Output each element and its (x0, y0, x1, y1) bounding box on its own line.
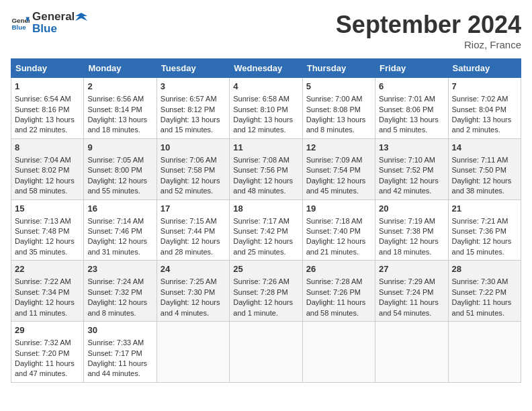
table-row: 10Sunrise: 7:06 AMSunset: 7:58 PMDayligh… (157, 138, 229, 199)
calendar-week-1: 8Sunrise: 7:04 AMSunset: 8:02 PMDaylight… (11, 138, 521, 199)
table-row: 21Sunrise: 7:21 AMSunset: 7:36 PMDayligh… (448, 199, 521, 261)
logo-icon: General Blue (11, 13, 30, 32)
logo-blue-text: Blue (32, 22, 88, 36)
table-row: 3Sunrise: 6:57 AMSunset: 8:12 PMDaylight… (157, 78, 229, 139)
table-row (157, 322, 229, 383)
table-row: 13Sunrise: 7:10 AMSunset: 7:52 PMDayligh… (375, 138, 448, 199)
logo: General Blue General Blue (11, 11, 88, 36)
table-row: 24Sunrise: 7:25 AMSunset: 7:30 PMDayligh… (157, 261, 229, 322)
calendar-week-0: 1Sunrise: 6:54 AMSunset: 8:16 PMDaylight… (11, 78, 521, 139)
table-row: 11Sunrise: 7:08 AMSunset: 7:56 PMDayligh… (230, 138, 302, 199)
svg-text:Blue: Blue (11, 24, 26, 31)
table-row: 29Sunrise: 7:32 AMSunset: 7:20 PMDayligh… (11, 322, 84, 383)
col-friday: Friday (375, 59, 448, 78)
table-row (230, 322, 302, 383)
calendar-week-4: 29Sunrise: 7:32 AMSunset: 7:20 PMDayligh… (11, 322, 521, 383)
col-wednesday: Wednesday (230, 59, 302, 78)
table-row: 4Sunrise: 6:58 AMSunset: 8:10 PMDaylight… (230, 78, 302, 139)
table-row: 15Sunrise: 7:13 AMSunset: 7:48 PMDayligh… (11, 199, 84, 261)
calendar-week-2: 15Sunrise: 7:13 AMSunset: 7:48 PMDayligh… (11, 199, 521, 261)
header: General Blue General Blue September 2024… (11, 11, 521, 50)
table-row: 20Sunrise: 7:19 AMSunset: 7:38 PMDayligh… (375, 199, 448, 261)
col-tuesday: Tuesday (157, 59, 229, 78)
col-saturday: Saturday (448, 59, 521, 78)
table-row: 12Sunrise: 7:09 AMSunset: 7:54 PMDayligh… (302, 138, 375, 199)
table-row: 5Sunrise: 7:00 AMSunset: 8:08 PMDaylight… (302, 78, 375, 139)
table-row: 1Sunrise: 6:54 AMSunset: 8:16 PMDaylight… (11, 78, 84, 139)
table-row (448, 322, 521, 383)
table-row: 30Sunrise: 7:33 AMSunset: 7:17 PMDayligh… (84, 322, 157, 383)
title-area: September 2024 Rioz, France (336, 11, 521, 50)
table-row: 18Sunrise: 7:17 AMSunset: 7:42 PMDayligh… (230, 199, 302, 261)
calendar-week-3: 22Sunrise: 7:22 AMSunset: 7:34 PMDayligh… (11, 261, 521, 322)
svg-marker-3 (75, 13, 87, 21)
table-row: 16Sunrise: 7:14 AMSunset: 7:46 PMDayligh… (84, 199, 157, 261)
calendar-table: Sunday Monday Tuesday Wednesday Thursday… (11, 58, 521, 383)
table-row: 8Sunrise: 7:04 AMSunset: 8:02 PMDaylight… (11, 138, 84, 199)
table-row (302, 322, 375, 383)
location: Rioz, France (336, 39, 521, 50)
table-row: 19Sunrise: 7:18 AMSunset: 7:40 PMDayligh… (302, 199, 375, 261)
col-sunday: Sunday (11, 59, 84, 78)
col-monday: Monday (84, 59, 157, 78)
logo-general: General (32, 10, 75, 23)
logo-bird-icon (75, 11, 87, 24)
table-row: 14Sunrise: 7:11 AMSunset: 7:50 PMDayligh… (448, 138, 521, 199)
table-row: 23Sunrise: 7:24 AMSunset: 7:32 PMDayligh… (84, 261, 157, 322)
table-row (375, 322, 448, 383)
table-row: 25Sunrise: 7:26 AMSunset: 7:28 PMDayligh… (230, 261, 302, 322)
col-thursday: Thursday (302, 59, 375, 78)
table-row: 2Sunrise: 6:56 AMSunset: 8:14 PMDaylight… (84, 78, 157, 139)
table-row: 6Sunrise: 7:01 AMSunset: 8:06 PMDaylight… (375, 78, 448, 139)
calendar-header-row: Sunday Monday Tuesday Wednesday Thursday… (11, 59, 521, 78)
table-row: 26Sunrise: 7:28 AMSunset: 7:26 PMDayligh… (302, 261, 375, 322)
table-row: 28Sunrise: 7:30 AMSunset: 7:22 PMDayligh… (448, 261, 521, 322)
table-row: 22Sunrise: 7:22 AMSunset: 7:34 PMDayligh… (11, 261, 84, 322)
table-row: 9Sunrise: 7:05 AMSunset: 8:00 PMDaylight… (84, 138, 157, 199)
table-row: 27Sunrise: 7:29 AMSunset: 7:24 PMDayligh… (375, 261, 448, 322)
table-row: 17Sunrise: 7:15 AMSunset: 7:44 PMDayligh… (157, 199, 229, 261)
month-title: September 2024 (336, 11, 521, 39)
table-row: 7Sunrise: 7:02 AMSunset: 8:04 PMDaylight… (448, 78, 521, 139)
